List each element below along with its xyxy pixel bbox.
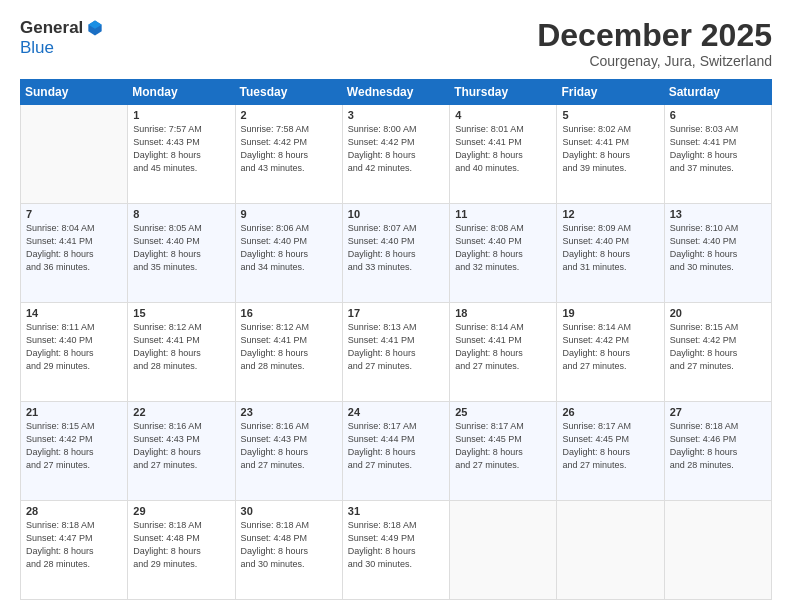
- day-info: Sunrise: 8:05 AM Sunset: 4:40 PM Dayligh…: [133, 222, 229, 274]
- day-number: 22: [133, 406, 229, 418]
- calendar-header-friday: Friday: [557, 80, 664, 105]
- calendar-cell: 15Sunrise: 8:12 AM Sunset: 4:41 PM Dayli…: [128, 303, 235, 402]
- day-number: 7: [26, 208, 122, 220]
- day-info: Sunrise: 8:03 AM Sunset: 4:41 PM Dayligh…: [670, 123, 766, 175]
- day-info: Sunrise: 8:08 AM Sunset: 4:40 PM Dayligh…: [455, 222, 551, 274]
- day-info: Sunrise: 8:18 AM Sunset: 4:48 PM Dayligh…: [241, 519, 337, 571]
- day-number: 4: [455, 109, 551, 121]
- calendar-cell: 30Sunrise: 8:18 AM Sunset: 4:48 PM Dayli…: [235, 501, 342, 600]
- calendar-cell: 21Sunrise: 8:15 AM Sunset: 4:42 PM Dayli…: [21, 402, 128, 501]
- day-info: Sunrise: 8:16 AM Sunset: 4:43 PM Dayligh…: [241, 420, 337, 472]
- calendar-cell: 22Sunrise: 8:16 AM Sunset: 4:43 PM Dayli…: [128, 402, 235, 501]
- day-number: 2: [241, 109, 337, 121]
- day-number: 9: [241, 208, 337, 220]
- logo: General Blue: [20, 18, 105, 58]
- calendar-cell: 3Sunrise: 8:00 AM Sunset: 4:42 PM Daylig…: [342, 105, 449, 204]
- page: General Blue December 2025 Courgenay, Ju…: [0, 0, 792, 612]
- header: General Blue December 2025 Courgenay, Ju…: [20, 18, 772, 69]
- day-number: 1: [133, 109, 229, 121]
- day-number: 20: [670, 307, 766, 319]
- logo-blue: Blue: [20, 38, 54, 58]
- calendar-header-thursday: Thursday: [450, 80, 557, 105]
- calendar-header-saturday: Saturday: [664, 80, 771, 105]
- day-info: Sunrise: 7:57 AM Sunset: 4:43 PM Dayligh…: [133, 123, 229, 175]
- calendar-cell: 29Sunrise: 8:18 AM Sunset: 4:48 PM Dayli…: [128, 501, 235, 600]
- day-info: Sunrise: 8:12 AM Sunset: 4:41 PM Dayligh…: [241, 321, 337, 373]
- day-number: 19: [562, 307, 658, 319]
- day-number: 3: [348, 109, 444, 121]
- day-number: 8: [133, 208, 229, 220]
- day-info: Sunrise: 8:18 AM Sunset: 4:48 PM Dayligh…: [133, 519, 229, 571]
- day-info: Sunrise: 7:58 AM Sunset: 4:42 PM Dayligh…: [241, 123, 337, 175]
- day-number: 15: [133, 307, 229, 319]
- day-number: 28: [26, 505, 122, 517]
- day-info: Sunrise: 8:15 AM Sunset: 4:42 PM Dayligh…: [670, 321, 766, 373]
- calendar-cell: 9Sunrise: 8:06 AM Sunset: 4:40 PM Daylig…: [235, 204, 342, 303]
- calendar-cell: [21, 105, 128, 204]
- day-number: 11: [455, 208, 551, 220]
- calendar-cell: 13Sunrise: 8:10 AM Sunset: 4:40 PM Dayli…: [664, 204, 771, 303]
- calendar-cell: 11Sunrise: 8:08 AM Sunset: 4:40 PM Dayli…: [450, 204, 557, 303]
- calendar-header-wednesday: Wednesday: [342, 80, 449, 105]
- day-info: Sunrise: 8:18 AM Sunset: 4:46 PM Dayligh…: [670, 420, 766, 472]
- calendar-header-sunday: Sunday: [21, 80, 128, 105]
- calendar-cell: 31Sunrise: 8:18 AM Sunset: 4:49 PM Dayli…: [342, 501, 449, 600]
- day-number: 12: [562, 208, 658, 220]
- calendar-cell: 28Sunrise: 8:18 AM Sunset: 4:47 PM Dayli…: [21, 501, 128, 600]
- calendar-cell: 4Sunrise: 8:01 AM Sunset: 4:41 PM Daylig…: [450, 105, 557, 204]
- calendar-cell: 12Sunrise: 8:09 AM Sunset: 4:40 PM Dayli…: [557, 204, 664, 303]
- calendar-cell: 23Sunrise: 8:16 AM Sunset: 4:43 PM Dayli…: [235, 402, 342, 501]
- day-info: Sunrise: 8:11 AM Sunset: 4:40 PM Dayligh…: [26, 321, 122, 373]
- day-info: Sunrise: 8:18 AM Sunset: 4:49 PM Dayligh…: [348, 519, 444, 571]
- day-info: Sunrise: 8:13 AM Sunset: 4:41 PM Dayligh…: [348, 321, 444, 373]
- calendar-week-row: 14Sunrise: 8:11 AM Sunset: 4:40 PM Dayli…: [21, 303, 772, 402]
- day-number: 24: [348, 406, 444, 418]
- calendar-week-row: 21Sunrise: 8:15 AM Sunset: 4:42 PM Dayli…: [21, 402, 772, 501]
- day-number: 25: [455, 406, 551, 418]
- calendar-cell: [664, 501, 771, 600]
- day-info: Sunrise: 8:17 AM Sunset: 4:45 PM Dayligh…: [455, 420, 551, 472]
- day-info: Sunrise: 8:01 AM Sunset: 4:41 PM Dayligh…: [455, 123, 551, 175]
- calendar-header-row: SundayMondayTuesdayWednesdayThursdayFrid…: [21, 80, 772, 105]
- calendar-cell: 26Sunrise: 8:17 AM Sunset: 4:45 PM Dayli…: [557, 402, 664, 501]
- calendar-week-row: 28Sunrise: 8:18 AM Sunset: 4:47 PM Dayli…: [21, 501, 772, 600]
- day-info: Sunrise: 8:07 AM Sunset: 4:40 PM Dayligh…: [348, 222, 444, 274]
- day-number: 23: [241, 406, 337, 418]
- logo-icon: [85, 18, 105, 38]
- calendar-cell: 6Sunrise: 8:03 AM Sunset: 4:41 PM Daylig…: [664, 105, 771, 204]
- day-info: Sunrise: 8:04 AM Sunset: 4:41 PM Dayligh…: [26, 222, 122, 274]
- day-info: Sunrise: 8:02 AM Sunset: 4:41 PM Dayligh…: [562, 123, 658, 175]
- day-info: Sunrise: 8:14 AM Sunset: 4:42 PM Dayligh…: [562, 321, 658, 373]
- day-number: 10: [348, 208, 444, 220]
- calendar-cell: 27Sunrise: 8:18 AM Sunset: 4:46 PM Dayli…: [664, 402, 771, 501]
- day-info: Sunrise: 8:10 AM Sunset: 4:40 PM Dayligh…: [670, 222, 766, 274]
- day-number: 30: [241, 505, 337, 517]
- calendar-cell: 1Sunrise: 7:57 AM Sunset: 4:43 PM Daylig…: [128, 105, 235, 204]
- calendar-cell: 2Sunrise: 7:58 AM Sunset: 4:42 PM Daylig…: [235, 105, 342, 204]
- day-info: Sunrise: 8:15 AM Sunset: 4:42 PM Dayligh…: [26, 420, 122, 472]
- calendar-cell: 8Sunrise: 8:05 AM Sunset: 4:40 PM Daylig…: [128, 204, 235, 303]
- calendar-cell: 25Sunrise: 8:17 AM Sunset: 4:45 PM Dayli…: [450, 402, 557, 501]
- calendar-cell: 17Sunrise: 8:13 AM Sunset: 4:41 PM Dayli…: [342, 303, 449, 402]
- calendar-cell: 16Sunrise: 8:12 AM Sunset: 4:41 PM Dayli…: [235, 303, 342, 402]
- calendar-week-row: 1Sunrise: 7:57 AM Sunset: 4:43 PM Daylig…: [21, 105, 772, 204]
- day-number: 21: [26, 406, 122, 418]
- calendar-cell: 5Sunrise: 8:02 AM Sunset: 4:41 PM Daylig…: [557, 105, 664, 204]
- day-number: 31: [348, 505, 444, 517]
- calendar-week-row: 7Sunrise: 8:04 AM Sunset: 4:41 PM Daylig…: [21, 204, 772, 303]
- location: Courgenay, Jura, Switzerland: [537, 53, 772, 69]
- day-info: Sunrise: 8:18 AM Sunset: 4:47 PM Dayligh…: [26, 519, 122, 571]
- day-number: 14: [26, 307, 122, 319]
- day-number: 16: [241, 307, 337, 319]
- day-info: Sunrise: 8:17 AM Sunset: 4:45 PM Dayligh…: [562, 420, 658, 472]
- calendar-header-tuesday: Tuesday: [235, 80, 342, 105]
- day-info: Sunrise: 8:06 AM Sunset: 4:40 PM Dayligh…: [241, 222, 337, 274]
- header-right: December 2025 Courgenay, Jura, Switzerla…: [537, 18, 772, 69]
- day-number: 13: [670, 208, 766, 220]
- month-title: December 2025: [537, 18, 772, 53]
- calendar-cell: 7Sunrise: 8:04 AM Sunset: 4:41 PM Daylig…: [21, 204, 128, 303]
- day-number: 6: [670, 109, 766, 121]
- day-number: 18: [455, 307, 551, 319]
- calendar-cell: [557, 501, 664, 600]
- calendar-cell: [450, 501, 557, 600]
